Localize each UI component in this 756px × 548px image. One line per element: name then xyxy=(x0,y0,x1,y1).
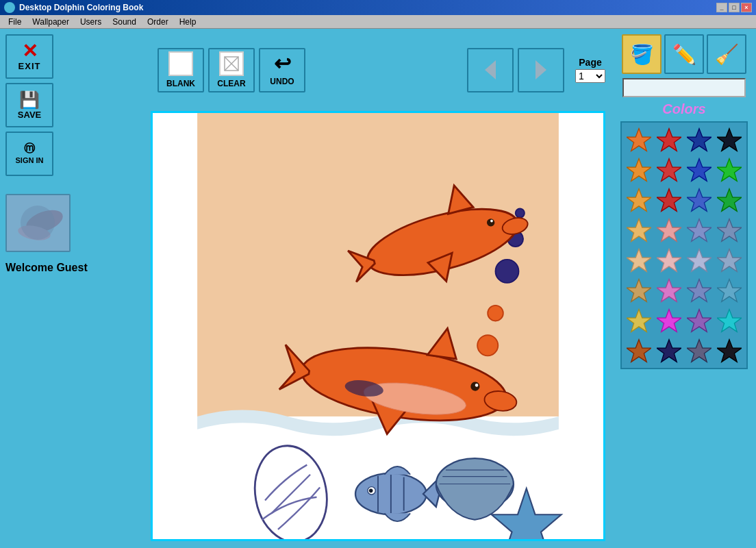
color-star-crimson[interactable] xyxy=(655,186,683,214)
exit-icon: ✕ xyxy=(22,42,38,61)
save-button[interactable]: 💾 SAVE xyxy=(5,83,53,127)
svg-marker-48 xyxy=(627,189,651,212)
color-star-pink[interactable] xyxy=(655,276,683,305)
color-star-medium-blue[interactable] xyxy=(685,186,714,214)
signin-label: SIGN IN xyxy=(16,156,44,164)
svg-marker-58 xyxy=(687,249,711,272)
svg-point-32 xyxy=(369,488,373,493)
titlebar: Desktop Dolphin Coloring Book _ □ × xyxy=(0,0,756,15)
color-star-slate-blue[interactable] xyxy=(715,216,744,245)
svg-marker-50 xyxy=(687,189,711,212)
svg-point-11 xyxy=(516,208,525,217)
color-star-tan[interactable] xyxy=(625,246,653,275)
color-star-red2[interactable] xyxy=(655,155,683,184)
toolbar: BLANK CLEAR ↩ UNDO Page xyxy=(151,29,612,111)
page-label: Page xyxy=(579,57,601,68)
color-star-brown-orange[interactable] xyxy=(625,336,653,365)
svg-marker-45 xyxy=(657,159,681,182)
menu-help[interactable]: Help xyxy=(174,16,202,27)
svg-marker-65 xyxy=(657,310,681,332)
coloring-canvas[interactable] xyxy=(153,113,603,539)
color-star-gold[interactable] xyxy=(625,276,653,305)
svg-marker-8 xyxy=(536,60,546,79)
svg-marker-66 xyxy=(687,310,711,332)
svg-point-15 xyxy=(477,335,498,356)
thumbnail-svg xyxy=(7,195,69,251)
menu-users[interactable]: Users xyxy=(75,16,107,27)
svg-marker-44 xyxy=(627,159,651,182)
color-star-periwinkle[interactable] xyxy=(685,216,714,245)
color-star-purple[interactable] xyxy=(685,306,714,335)
canvas-wrapper[interactable] xyxy=(151,111,605,541)
color-star-orange[interactable] xyxy=(625,125,653,154)
svg-marker-71 xyxy=(717,340,742,362)
signin-button[interactable]: ⓜ SIGN IN xyxy=(5,132,53,176)
svg-marker-68 xyxy=(627,340,651,362)
title-text: Desktop Dolphin Coloring Book xyxy=(19,3,143,12)
undo-icon: ↩ xyxy=(274,53,291,74)
color-star-rose[interactable] xyxy=(655,246,683,275)
colors-label: Colors xyxy=(662,101,705,117)
menu-order[interactable]: Order xyxy=(142,16,174,27)
prev-page-button[interactable] xyxy=(467,48,514,92)
svg-marker-57 xyxy=(657,249,681,272)
next-page-button[interactable] xyxy=(518,48,564,92)
menu-file[interactable]: File xyxy=(3,16,27,27)
svg-marker-52 xyxy=(627,219,651,242)
menubar: File Wallpaper Users Sound Order Help xyxy=(0,15,756,29)
save-label: SAVE xyxy=(18,110,41,120)
color-star-light-orange[interactable] xyxy=(625,186,653,214)
color-name-box xyxy=(622,78,746,97)
svg-marker-54 xyxy=(687,219,711,242)
welcome-text: Welcome Guest xyxy=(5,262,88,274)
svg-marker-59 xyxy=(717,249,742,272)
color-star-teal[interactable] xyxy=(715,306,744,335)
center-area: BLANK CLEAR ↩ UNDO Page xyxy=(151,29,612,548)
page-select[interactable]: 1 2 3 xyxy=(575,69,605,83)
color-star-blue[interactable] xyxy=(685,155,714,184)
window-controls[interactable]: _ □ × xyxy=(716,3,752,12)
color-star-green[interactable] xyxy=(715,155,744,184)
page-navigator: Page 1 2 3 xyxy=(575,57,605,83)
pencil-button[interactable]: ✏️ xyxy=(664,34,704,74)
blank-button[interactable]: BLANK xyxy=(158,48,204,92)
svg-marker-69 xyxy=(657,340,681,362)
color-star-dark-green[interactable] xyxy=(715,186,744,214)
color-star-light-pink[interactable] xyxy=(655,216,683,245)
color-star-light-blue[interactable] xyxy=(715,276,744,305)
tool-icons: 🪣 ✏️ 🧹 xyxy=(622,34,746,74)
blank-icon xyxy=(168,51,193,76)
color-star-sky-slate[interactable] xyxy=(715,246,744,275)
color-star-magenta[interactable] xyxy=(655,306,683,335)
eraser-button[interactable]: 🧹 xyxy=(707,34,746,74)
color-star-dark-blue[interactable] xyxy=(685,125,714,154)
menu-wallpaper[interactable]: Wallpaper xyxy=(27,16,75,27)
menu-sound[interactable]: Sound xyxy=(107,16,142,27)
svg-marker-55 xyxy=(717,219,742,242)
color-star-dark-gray[interactable] xyxy=(685,336,714,365)
title-icon xyxy=(4,2,15,13)
svg-marker-70 xyxy=(687,340,711,362)
svg-marker-62 xyxy=(687,279,711,302)
paint-bucket-button[interactable]: 🪣 xyxy=(622,34,662,74)
color-star-peach[interactable] xyxy=(625,216,653,245)
color-star-very-dark[interactable] xyxy=(715,336,744,365)
svg-marker-46 xyxy=(687,159,711,182)
undo-button[interactable]: ↩ UNDO xyxy=(259,48,305,92)
color-star-blue-gray[interactable] xyxy=(685,276,714,305)
svg-marker-40 xyxy=(627,129,651,151)
exit-button[interactable]: ✕ EXIT xyxy=(5,34,53,79)
svg-marker-43 xyxy=(717,129,742,151)
maximize-button[interactable]: □ xyxy=(729,3,740,12)
clear-button[interactable]: CLEAR xyxy=(208,48,255,92)
svg-marker-67 xyxy=(717,310,742,332)
close-button[interactable]: × xyxy=(741,3,752,12)
color-star-navy[interactable] xyxy=(655,336,683,365)
svg-marker-56 xyxy=(627,249,651,272)
color-star-red[interactable] xyxy=(655,125,683,154)
color-star-orange2[interactable] xyxy=(625,155,653,184)
minimize-button[interactable]: _ xyxy=(716,3,727,12)
color-star-black[interactable] xyxy=(715,125,744,154)
color-star-yellow[interactable] xyxy=(625,306,653,335)
color-star-lavender[interactable] xyxy=(685,246,714,275)
